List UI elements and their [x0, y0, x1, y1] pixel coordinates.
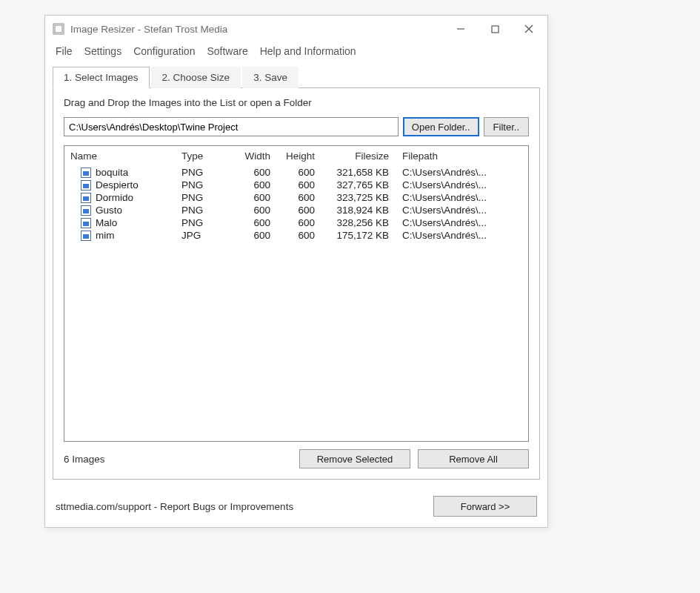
- maximize-button[interactable]: [478, 17, 512, 41]
- cell-filepath: C:\Users\Andrés\...: [396, 217, 522, 228]
- cell-name: Gusto: [96, 205, 122, 216]
- cell-type: PNG: [181, 205, 233, 216]
- support-link[interactable]: sttmedia.com/support - Report Bugs or Im…: [56, 501, 433, 512]
- file-icon: [81, 168, 91, 178]
- cell-height: 600: [278, 179, 322, 191]
- cell-height: 600: [278, 167, 322, 178]
- cell-type: PNG: [181, 179, 233, 191]
- list-row[interactable]: DormidoPNG600600323,725 KBC:\Users\André…: [64, 191, 528, 204]
- cell-height: 600: [278, 230, 322, 241]
- col-header-width[interactable]: Width: [233, 150, 278, 162]
- tab-select-images[interactable]: 1. Select Images: [53, 67, 150, 88]
- cell-width: 600: [233, 230, 278, 241]
- tab-panel: Drag and Drop the Images into the List o…: [53, 88, 540, 480]
- drag-drop-hint: Drag and Drop the Images into the List o…: [64, 97, 529, 108]
- minimize-button[interactable]: [444, 17, 478, 41]
- list-header: Name Type Width Height Filesize Filepath: [64, 146, 528, 166]
- forward-button[interactable]: Forward >>: [433, 496, 537, 517]
- cell-type: JPG: [181, 230, 233, 241]
- app-icon: [53, 23, 64, 35]
- remove-selected-button[interactable]: Remove Selected: [299, 449, 410, 468]
- cell-filesize: 323,725 KB: [322, 192, 396, 203]
- svg-rect-1: [55, 25, 62, 33]
- cell-width: 600: [233, 217, 278, 228]
- menu-settings[interactable]: Settings: [84, 45, 122, 57]
- cell-filepath: C:\Users\Andrés\...: [396, 230, 522, 241]
- menu-software[interactable]: Software: [207, 45, 247, 57]
- menu-file[interactable]: File: [56, 45, 73, 57]
- cell-width: 600: [233, 205, 278, 216]
- path-row: Open Folder.. Filter..: [64, 117, 529, 136]
- file-icon: [81, 218, 91, 228]
- close-button[interactable]: [512, 17, 546, 41]
- svg-rect-3: [492, 26, 499, 33]
- cell-height: 600: [278, 205, 322, 216]
- col-header-name[interactable]: Name: [70, 150, 181, 162]
- list-row[interactable]: GustoPNG600600318,924 KBC:\Users\Andrés\…: [64, 204, 528, 216]
- image-count: 6 Images: [64, 454, 292, 465]
- cell-name: Malo: [96, 217, 117, 228]
- col-header-filesize[interactable]: Filesize: [322, 150, 396, 162]
- remove-all-button[interactable]: Remove All: [418, 449, 529, 468]
- cell-name: boquita: [96, 167, 128, 178]
- cell-filepath: C:\Users\Andrés\...: [396, 167, 522, 178]
- cell-width: 600: [233, 179, 278, 191]
- cell-height: 600: [278, 192, 322, 203]
- app-window: Image Resizer - Stefan Trost Media File …: [44, 15, 548, 528]
- folder-path-input[interactable]: [64, 117, 399, 136]
- image-list[interactable]: Name Type Width Height Filesize Filepath…: [64, 145, 529, 442]
- cell-name: Dormido: [96, 192, 133, 203]
- menu-configuration[interactable]: Configuration: [133, 45, 195, 57]
- file-icon: [81, 231, 91, 241]
- client-area: 1. Select Images 2. Choose Size 3. Save …: [45, 66, 547, 487]
- cell-filepath: C:\Users\Andrés\...: [396, 192, 522, 203]
- col-header-type[interactable]: Type: [181, 150, 233, 162]
- cell-width: 600: [233, 167, 278, 178]
- file-icon: [81, 193, 91, 203]
- menubar: File Settings Configuration Software Hel…: [45, 42, 547, 63]
- cell-filesize: 328,256 KB: [322, 217, 396, 228]
- window-title: Image Resizer - Stefan Trost Media: [70, 24, 444, 35]
- cell-height: 600: [278, 217, 322, 228]
- list-row[interactable]: DespiertoPNG600600327,765 KBC:\Users\And…: [64, 179, 528, 191]
- list-row[interactable]: boquitaPNG600600321,658 KBC:\Users\André…: [64, 166, 528, 179]
- list-row[interactable]: MaloPNG600600328,256 KBC:\Users\Andrés\.…: [64, 216, 528, 229]
- file-icon: [81, 180, 91, 191]
- cell-name: Despierto: [96, 179, 139, 191]
- list-row[interactable]: mimJPG600600175,172 KBC:\Users\Andrés\..…: [64, 229, 528, 242]
- menu-help[interactable]: Help and Information: [260, 45, 356, 57]
- filter-button[interactable]: Filter..: [484, 117, 529, 136]
- cell-name: mim: [96, 230, 115, 241]
- tab-save[interactable]: 3. Save: [242, 67, 299, 88]
- open-folder-button[interactable]: Open Folder..: [403, 117, 479, 136]
- cell-filepath: C:\Users\Andrés\...: [396, 205, 522, 216]
- col-header-height[interactable]: Height: [278, 150, 322, 162]
- cell-type: PNG: [181, 217, 233, 228]
- cell-type: PNG: [181, 192, 233, 203]
- cell-filesize: 175,172 KB: [322, 230, 396, 241]
- cell-filesize: 318,924 KB: [322, 205, 396, 216]
- titlebar: Image Resizer - Stefan Trost Media: [45, 16, 547, 42]
- window-controls: [444, 17, 546, 41]
- col-header-filepath[interactable]: Filepath: [396, 150, 522, 162]
- cell-filepath: C:\Users\Andrés\...: [396, 179, 522, 191]
- cell-type: PNG: [181, 167, 233, 178]
- tabs: 1. Select Images 2. Choose Size 3. Save: [53, 66, 540, 88]
- tab-choose-size[interactable]: 2. Choose Size: [151, 67, 241, 88]
- cell-filesize: 327,765 KB: [322, 179, 396, 191]
- footer: sttmedia.com/support - Report Bugs or Im…: [45, 487, 547, 527]
- cell-filesize: 321,658 KB: [322, 167, 396, 178]
- file-icon: [81, 205, 91, 216]
- list-footer-row: 6 Images Remove Selected Remove All: [64, 449, 529, 468]
- cell-width: 600: [233, 192, 278, 203]
